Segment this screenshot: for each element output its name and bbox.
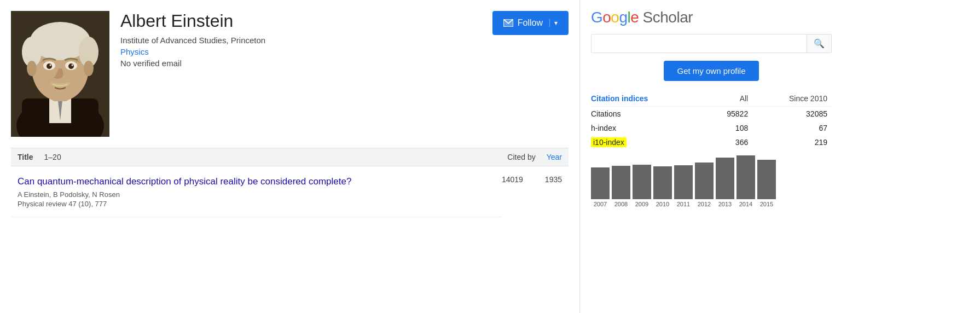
row-all-hindex: 108 xyxy=(705,121,752,135)
bar-year-label: 2013 xyxy=(718,201,732,207)
bar-year-label: 2008 xyxy=(614,201,628,207)
profile-email: No verified email xyxy=(120,59,482,68)
bar-column: 2007 xyxy=(591,167,610,207)
papers-header-right: Cited by Year xyxy=(507,153,562,161)
bar xyxy=(612,166,630,199)
follow-button[interactable]: Follow ▾ xyxy=(492,11,569,35)
citation-table-header-all: All xyxy=(705,91,752,107)
bar-chart: 200720082009201020112012201320142015 xyxy=(591,158,832,207)
follow-dropdown-icon[interactable]: ▾ xyxy=(549,19,558,27)
svg-point-14 xyxy=(47,63,52,69)
bar xyxy=(757,160,776,199)
avatar xyxy=(11,11,109,137)
table-row: Citations 95822 32085 xyxy=(591,107,832,121)
profile-header: Albert Einstein Institute of Advanced St… xyxy=(11,11,569,137)
citation-table-header-since: Since 2010 xyxy=(752,91,832,107)
row-all-i10: 366 xyxy=(705,135,752,149)
profile-institution: Institute of Advanced Studies, Princeton xyxy=(120,36,482,45)
paper-title[interactable]: Can quantum-mechanical description of ph… xyxy=(18,175,495,188)
logo-o1: o xyxy=(602,9,611,26)
row-label-hindex: h-index xyxy=(591,121,705,135)
row-label-citations: Citations xyxy=(591,107,705,121)
bar-column: 2008 xyxy=(612,166,630,207)
svg-point-17 xyxy=(72,65,73,66)
paper-cited-count: 14019 xyxy=(502,175,523,184)
citation-table: Citation indices All Since 2010 Citation… xyxy=(591,91,832,149)
logo-e: e xyxy=(630,9,639,26)
profile-name: Albert Einstein xyxy=(120,11,482,31)
logo-o2: o xyxy=(611,9,619,26)
row-all-citations: 95822 xyxy=(705,107,752,121)
papers-header: Title 1–20 Cited by Year xyxy=(11,148,569,166)
logo-scholar: Scholar xyxy=(639,9,693,26)
papers-title-label: Title xyxy=(18,153,33,161)
bar xyxy=(653,166,672,199)
row-label-i10: i10-index xyxy=(591,135,705,149)
bar-column: 2009 xyxy=(633,165,651,207)
logo-g: G xyxy=(591,9,602,26)
bar-column: 2015 xyxy=(757,160,776,207)
logo-g2: g xyxy=(619,9,627,26)
bar-year-label: 2009 xyxy=(635,201,648,207)
paper-year: 1935 xyxy=(545,175,562,184)
bar-year-label: 2015 xyxy=(760,201,773,207)
table-row: h-index 108 67 xyxy=(591,121,832,135)
right-panel: Google Scholar 🔍 Get my own profile Cita… xyxy=(580,0,843,313)
logo-text: Google Scholar xyxy=(591,9,693,26)
bar xyxy=(674,165,693,199)
bar-column: 2014 xyxy=(737,155,755,207)
bar-column: 2010 xyxy=(653,166,672,207)
paper-authors: A Einstein, B Podolsky, N Rosen xyxy=(18,190,495,199)
bar xyxy=(737,155,755,199)
papers-cited-label: Cited by xyxy=(507,153,535,161)
paper-numbers: 14019 1935 xyxy=(502,166,569,193)
svg-point-16 xyxy=(50,65,51,66)
search-button[interactable]: 🔍 xyxy=(807,34,831,53)
svg-point-15 xyxy=(68,63,74,69)
bar xyxy=(633,165,651,199)
bar-column: 2012 xyxy=(695,163,714,207)
table-row: i10-index 366 219 xyxy=(591,135,832,149)
mail-icon xyxy=(503,19,513,27)
bar-year-label: 2010 xyxy=(656,201,669,207)
i10-highlight: i10-index xyxy=(591,137,627,147)
follow-area: Follow ▾ xyxy=(492,11,569,35)
row-since-hindex: 67 xyxy=(752,121,832,135)
bar xyxy=(695,163,714,199)
papers-range: 1–20 xyxy=(44,153,61,161)
paper-row: Can quantum-mechanical description of ph… xyxy=(11,166,569,217)
paper-item: Can quantum-mechanical description of ph… xyxy=(11,166,502,217)
search-input[interactable] xyxy=(592,34,807,53)
svg-point-11 xyxy=(84,61,94,76)
left-panel: Albert Einstein Institute of Advanced St… xyxy=(0,0,580,313)
bar xyxy=(716,158,734,199)
bar-year-label: 2012 xyxy=(698,201,711,207)
profile-field[interactable]: Physics xyxy=(120,47,482,56)
svg-point-10 xyxy=(27,61,37,76)
bar xyxy=(591,167,610,199)
papers-year-label[interactable]: Year xyxy=(547,153,562,161)
row-since-citations: 32085 xyxy=(752,107,832,121)
follow-label: Follow xyxy=(518,18,543,28)
bar-year-label: 2014 xyxy=(739,201,752,207)
profile-info: Albert Einstein Institute of Advanced St… xyxy=(120,11,482,68)
search-icon: 🔍 xyxy=(814,39,825,48)
bar-column: 2011 xyxy=(674,165,693,207)
paper-journal: Physical review 47 (10), 777 xyxy=(18,200,495,208)
get-profile-button[interactable]: Get my own profile xyxy=(664,61,758,81)
bar-year-label: 2007 xyxy=(594,201,607,207)
google-scholar-logo: Google Scholar xyxy=(591,9,832,26)
row-since-i10: 219 xyxy=(752,135,832,149)
bar-year-label: 2011 xyxy=(677,201,690,207)
bar-column: 2013 xyxy=(716,158,734,207)
search-bar: 🔍 xyxy=(591,34,832,53)
citation-table-header-label: Citation indices xyxy=(591,91,705,107)
